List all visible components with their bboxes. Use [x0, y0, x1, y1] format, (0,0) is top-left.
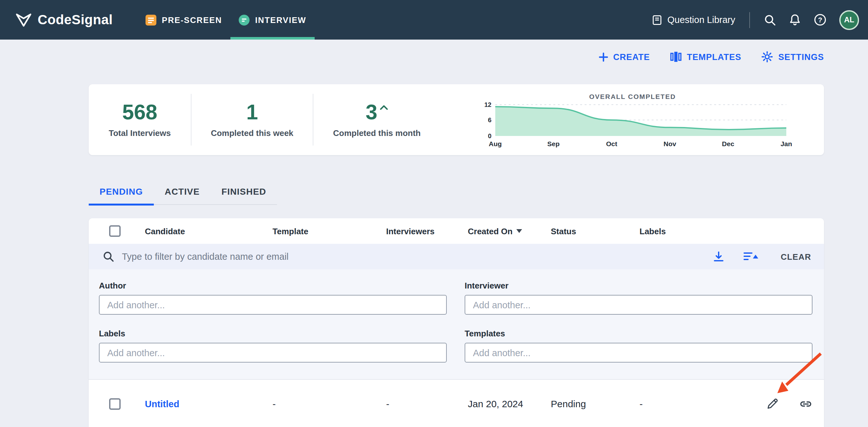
- notifications-bell-icon[interactable]: [789, 13, 801, 26]
- author-filter-label: Author: [99, 281, 447, 291]
- top-navbar: CodeSignal PRE-SCREEN INTERVIEW Question…: [0, 0, 868, 39]
- interviewer-filter-input[interactable]: [465, 295, 812, 315]
- navbar-right: Question Library ? AL: [651, 10, 859, 30]
- filter-group-interviewer: Interviewer: [465, 281, 812, 315]
- copy-link-icon[interactable]: [799, 400, 812, 407]
- stat-total-label: Total Interviews: [109, 128, 171, 138]
- search-icon[interactable]: [764, 14, 776, 26]
- trend-up-caret-icon: [380, 105, 388, 111]
- filter-group-author: Author: [99, 281, 447, 315]
- table-header-row: Candidate Template Interviewers Created …: [89, 218, 824, 244]
- column-interviewers[interactable]: Interviewers: [386, 226, 468, 236]
- stat-total-interviews: 568 Total Interviews: [89, 84, 191, 155]
- nav-interview-label: INTERVIEW: [255, 15, 306, 25]
- interview-icon: [239, 14, 250, 25]
- stat-week-value: 1: [246, 101, 258, 123]
- page-actions: CREATE TEMPLATES SETTINGS: [89, 50, 824, 64]
- stat-month-value: 3: [366, 101, 377, 123]
- navbar-divider: [749, 12, 750, 28]
- question-library-button[interactable]: Question Library: [651, 14, 735, 25]
- overall-completed-chart: OVERALL COMPLETED 1260 AugSepOctNovDecJa…: [440, 84, 824, 155]
- stat-month-label: Completed this month: [333, 128, 421, 138]
- filter-search-icon: [103, 251, 114, 262]
- plus-icon: [598, 52, 608, 62]
- author-filter-input[interactable]: [99, 295, 447, 315]
- user-avatar[interactable]: AL: [839, 10, 859, 30]
- nav-pre-screen-label: PRE-SCREEN: [162, 15, 222, 25]
- settings-label: SETTINGS: [778, 52, 824, 62]
- interviews-table: Candidate Template Interviewers Created …: [89, 218, 824, 427]
- stat-week-label: Completed this week: [211, 128, 293, 138]
- row-interviewers-value: -: [386, 398, 468, 409]
- labels-filter-input[interactable]: [99, 343, 447, 363]
- interviewer-filter-label: Interviewer: [465, 281, 812, 291]
- filter-group-labels: Labels: [99, 329, 447, 363]
- chart-plot-area: AugSepOctNovDecJan: [495, 104, 786, 136]
- tab-active[interactable]: ACTIVE: [154, 186, 211, 206]
- filter-bar: CLEAR: [89, 244, 824, 269]
- row-labels-value: -: [640, 398, 752, 409]
- svg-text:?: ?: [818, 16, 822, 24]
- templates-filter-label: Templates: [465, 329, 812, 338]
- templates-label: TEMPLATES: [687, 52, 741, 62]
- create-button[interactable]: CREATE: [598, 52, 650, 62]
- chart-y-axis: 1260: [479, 104, 491, 136]
- candidate-filter-input[interactable]: [122, 251, 704, 262]
- stat-completed-month: 3 Completed this month: [313, 84, 440, 155]
- templates-icon: [670, 52, 682, 62]
- active-tab-underline: [230, 37, 315, 39]
- column-status[interactable]: Status: [551, 226, 640, 236]
- settings-gear-icon: [762, 51, 773, 63]
- row-status-value: Pending: [551, 398, 640, 409]
- filter-panel: Author Interviewer Labels Templates: [89, 269, 824, 380]
- create-label: CREATE: [613, 52, 650, 62]
- templates-filter-input[interactable]: [465, 343, 812, 363]
- column-template[interactable]: Template: [273, 226, 386, 236]
- download-icon[interactable]: [713, 251, 724, 262]
- sort-caret-down-icon: [516, 229, 522, 233]
- question-library-label: Question Library: [667, 15, 735, 25]
- codesignal-logo-icon: [15, 12, 32, 27]
- nav-interview[interactable]: INTERVIEW: [230, 0, 315, 39]
- candidate-link[interactable]: Untitled: [145, 399, 179, 409]
- pre-screen-icon: [145, 14, 156, 25]
- column-labels[interactable]: Labels: [640, 226, 752, 236]
- primary-nav: PRE-SCREEN INTERVIEW: [137, 0, 315, 39]
- help-icon[interactable]: ?: [814, 13, 827, 26]
- chart-x-axis: AugSepOctNovDecJan: [495, 140, 786, 149]
- settings-button[interactable]: SETTINGS: [762, 51, 824, 63]
- chart-title: OVERALL COMPLETED: [479, 93, 786, 100]
- status-tabs: PENDING ACTIVE FINISHED: [89, 186, 277, 205]
- filter-group-templates: Templates: [465, 329, 812, 363]
- table-row: Untitled - - Jan 20, 2024 Pending -: [89, 380, 824, 427]
- codesignal-logo[interactable]: CodeSignal: [15, 12, 113, 27]
- nav-pre-screen[interactable]: PRE-SCREEN: [137, 0, 230, 39]
- column-created-on-label: Created On: [468, 226, 513, 236]
- column-created-on[interactable]: Created On: [468, 226, 551, 236]
- row-created-on-value: Jan 20, 2024: [468, 398, 551, 409]
- labels-filter-label: Labels: [99, 329, 447, 338]
- question-library-icon: [651, 14, 662, 25]
- tab-finished[interactable]: FINISHED: [211, 186, 277, 206]
- filter-toggle-icon[interactable]: [744, 251, 759, 262]
- stats-card: 568 Total Interviews 1 Completed this we…: [89, 84, 824, 155]
- column-candidate[interactable]: Candidate: [145, 226, 273, 236]
- brand-name: CodeSignal: [38, 12, 113, 27]
- stat-completed-week: 1 Completed this week: [191, 84, 313, 155]
- tab-pending[interactable]: PENDING: [89, 186, 154, 206]
- edit-pencil-icon[interactable]: [767, 398, 779, 410]
- stat-total-value: 568: [122, 101, 157, 123]
- area-chart: [495, 104, 786, 136]
- templates-button[interactable]: TEMPLATES: [670, 52, 741, 62]
- row-checkbox[interactable]: [109, 398, 121, 409]
- select-all-checkbox[interactable]: [109, 225, 121, 237]
- app-viewport: CodeSignal PRE-SCREEN INTERVIEW Question…: [0, 0, 868, 427]
- clear-filters-button[interactable]: CLEAR: [781, 252, 811, 262]
- row-template-value: -: [273, 398, 386, 409]
- interview-page: CREATE TEMPLATES SETTINGS 568 Total Inte…: [0, 50, 824, 427]
